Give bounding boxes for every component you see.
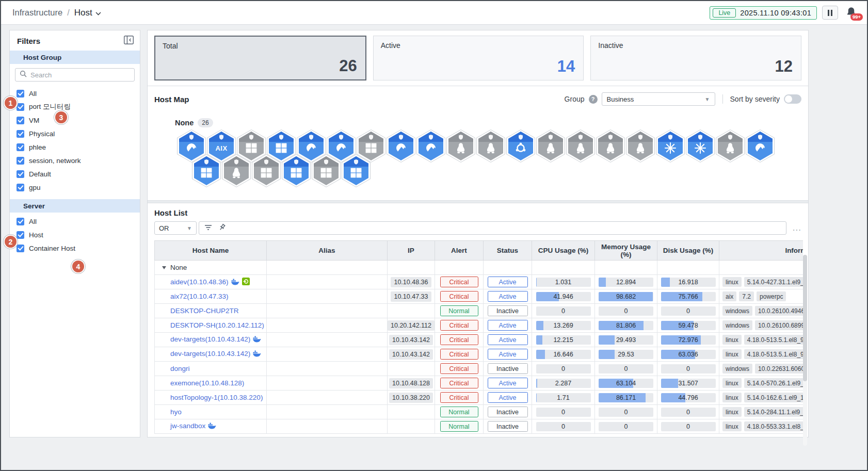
filter-checkbox-hostgroup-4[interactable]: phlee [10,140,140,154]
column-header[interactable]: Status [484,241,532,261]
host-hexagon-rocky[interactable] [387,129,415,163]
host-link[interactable]: DESKTOP-SH(10.20.142.112) [170,321,264,329]
alert-badge[interactable]: Critical [440,378,478,388]
host-hexagon-rocky[interactable] [416,129,445,163]
host-hexagon-centos[interactable] [686,129,715,163]
column-header[interactable]: Memory Usage (%) [595,241,657,261]
column-header[interactable]: CPU Usage (%) [532,241,595,261]
status-badge[interactable]: Inactive [488,305,528,316]
status-badge[interactable]: Inactive [488,363,528,374]
checkbox-checked-icon[interactable] [17,90,24,98]
checkbox-checked-icon[interactable] [17,157,24,165]
host-hexagon-linux[interactable] [566,129,595,163]
status-badge[interactable]: Active [488,349,528,360]
alert-badge[interactable]: Critical [440,291,478,302]
column-header[interactable]: Alias [267,241,388,261]
alert-badge[interactable]: Critical [440,320,478,331]
checkbox-checked-icon[interactable] [17,184,24,191]
breadcrumb-infrastructure[interactable]: Infrastructure [12,8,62,18]
host-link[interactable]: dev-targets(10.10.43.142) [170,350,250,358]
column-header[interactable]: Host Name [155,241,267,261]
alert-badge[interactable]: Critical [440,392,478,403]
sort-by-severity-toggle[interactable] [784,94,801,104]
group-select[interactable]: Business ▼ [602,92,715,106]
status-badge[interactable]: Active [488,378,528,388]
filter-checkbox-server-2[interactable]: Container Host [10,241,140,255]
host-hexagon-rocky[interactable] [746,129,775,163]
host-hexagon-windows[interactable] [312,154,341,187]
checkbox-checked-icon[interactable] [17,170,24,178]
alert-badge[interactable]: Normal [440,421,478,432]
status-badge[interactable]: Active [488,277,528,287]
sidebar-section-host-group[interactable]: Host Group [10,51,140,64]
filter-checkbox-hostgroup-2[interactable]: VM [10,113,140,127]
alert-badge[interactable]: Critical [440,277,478,287]
host-hexagon-ubuntu[interactable] [506,129,535,163]
scrollbar-thumb[interactable] [803,255,807,381]
host-link[interactable]: aidev(10.10.48.36) [170,278,229,286]
filter-checkbox-hostgroup-5[interactable]: session, network [10,154,140,167]
host-group-search[interactable] [15,68,135,82]
host-hexagon-linux[interactable] [476,129,505,163]
more-options-icon[interactable]: ... [793,226,801,230]
active-card[interactable]: Active 14 [373,36,584,80]
host-link[interactable]: dongri [170,365,190,372]
checkbox-checked-icon[interactable] [17,103,24,111]
host-link[interactable]: aix72(10.10.47.33) [170,293,229,300]
host-hexagon-linux[interactable] [536,129,565,163]
filter-checkbox-server-1[interactable]: Host [10,228,140,241]
checkbox-checked-icon[interactable] [17,218,24,225]
host-hexagon-centos[interactable] [656,129,685,163]
filter-checkbox-server-0[interactable]: All [10,215,140,228]
host-link[interactable]: exemone(10.10.48.128) [170,379,244,387]
inactive-card[interactable]: Inactive 12 [590,36,801,80]
filter-checkbox-hostgroup-6[interactable]: Default [10,167,140,181]
status-badge[interactable]: Active [488,320,528,331]
column-header[interactable]: Alert [435,241,484,261]
filter-checkbox-hostgroup-7[interactable]: gpu [10,181,140,194]
status-badge[interactable]: Active [488,392,528,403]
pin-icon[interactable] [218,223,226,233]
alert-badge[interactable]: Critical [440,349,478,360]
checkbox-checked-icon[interactable] [17,117,24,124]
chevron-down-icon[interactable] [95,8,101,18]
host-hexagon-windows[interactable] [342,154,371,187]
filter-funnel-icon[interactable] [204,223,212,233]
status-badge[interactable]: Active [488,291,528,302]
column-header[interactable]: Information [719,241,803,261]
checkbox-checked-icon[interactable] [17,231,24,239]
host-hexagon-linux[interactable] [626,129,655,163]
pause-button[interactable] [822,6,838,20]
status-badge[interactable]: Inactive [488,421,528,432]
total-card[interactable]: Total 26 [154,36,366,80]
checkbox-checked-icon[interactable] [17,143,24,151]
status-badge[interactable]: Inactive [488,407,528,417]
group-row-none[interactable]: None [155,261,803,275]
alert-badge[interactable]: Critical [440,334,478,345]
filter-checkbox-hostgroup-1[interactable]: port 모니터링 [10,100,140,113]
filter-operator-select[interactable]: OR ▼ [154,221,197,235]
search-input[interactable] [30,71,130,79]
checkbox-checked-icon[interactable] [17,130,24,138]
vertical-scrollbar[interactable] [803,255,807,446]
notification-bell[interactable]: 99+ [845,6,859,20]
host-hexagon-linux[interactable] [596,129,625,163]
filter-checkbox-hostgroup-3[interactable]: Physical [10,127,140,140]
host-hexagon-windows[interactable] [252,154,281,187]
filter-checkbox-hostgroup-0[interactable]: All [10,87,140,100]
host-link[interactable]: hyo [170,408,182,416]
host-hexagon-linux[interactable] [222,154,251,187]
host-filter-input[interactable] [199,221,786,235]
alert-badge[interactable]: Critical [440,363,478,374]
column-header[interactable]: IP [388,241,435,261]
column-header[interactable]: Disk Usage (%) [657,241,719,261]
sidebar-section-server[interactable]: Server [10,199,140,213]
collapse-panel-icon[interactable] [124,36,134,46]
host-hexagon-windows[interactable] [192,154,221,187]
collapse-triangle-icon[interactable] [162,266,166,269]
host-link[interactable]: dev-targets(10.10.43.142) [170,335,250,343]
host-hexagon-linux[interactable] [446,129,475,163]
checkbox-checked-icon[interactable] [17,245,24,252]
breadcrumb-host[interactable]: Host [74,8,92,18]
host-link[interactable]: hostTopology-1(10.10.38.220) [170,394,263,401]
